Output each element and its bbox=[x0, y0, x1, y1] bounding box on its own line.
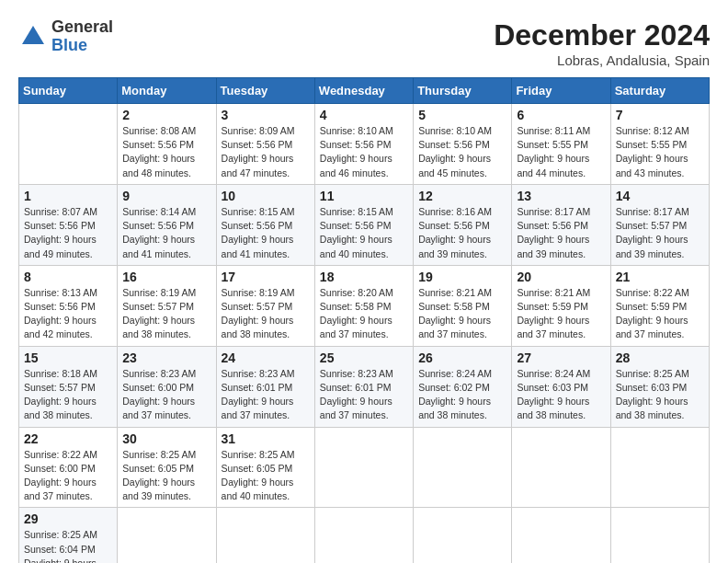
sunset-text: Sunset: 5:56 PM bbox=[418, 220, 490, 231]
table-row: 16 Sunrise: 8:19 AM Sunset: 5:57 PM Dayl… bbox=[118, 265, 216, 346]
sunrise-text: Sunrise: 8:07 AM bbox=[24, 206, 97, 217]
table-row: 24 Sunrise: 8:23 AM Sunset: 6:01 PM Dayl… bbox=[216, 346, 314, 427]
table-row bbox=[314, 427, 413, 508]
daylight-text: Daylight: 9 hours and 39 minutes. bbox=[122, 477, 195, 501]
sunset-text: Sunset: 5:55 PM bbox=[616, 139, 688, 150]
col-friday: Friday bbox=[512, 78, 610, 104]
day-number: 8 bbox=[24, 270, 112, 284]
day-number: 2 bbox=[122, 108, 210, 122]
day-info: Sunrise: 8:09 AM Sunset: 5:56 PM Dayligh… bbox=[222, 124, 310, 180]
table-row bbox=[216, 508, 314, 563]
daylight-text: Daylight: 9 hours and 37 minutes. bbox=[320, 315, 392, 339]
daylight-text: Daylight: 9 hours and 41 minutes. bbox=[222, 234, 294, 259]
daylight-text: Daylight: 9 hours and 43 minutes. bbox=[616, 153, 688, 178]
table-row: 9 Sunrise: 8:14 AM Sunset: 5:56 PM Dayli… bbox=[118, 184, 216, 265]
month-year: December 2024 bbox=[494, 18, 710, 52]
sunrise-text: Sunrise: 8:25 AM bbox=[24, 529, 97, 540]
sunrise-text: Sunrise: 8:12 AM bbox=[616, 125, 689, 136]
col-monday: Monday bbox=[118, 78, 216, 104]
sunset-text: Sunset: 5:59 PM bbox=[517, 301, 588, 312]
sunset-text: Sunset: 6:01 PM bbox=[222, 382, 293, 393]
calendar-row: 1 Sunrise: 8:07 AM Sunset: 5:56 PM Dayli… bbox=[19, 184, 710, 265]
day-info: Sunrise: 8:15 AM Sunset: 5:56 PM Dayligh… bbox=[320, 205, 408, 261]
sunrise-text: Sunrise: 8:25 AM bbox=[222, 449, 295, 460]
sunrise-text: Sunrise: 8:08 AM bbox=[122, 125, 196, 136]
day-number: 13 bbox=[517, 189, 605, 203]
daylight-text: Daylight: 9 hours and 45 minutes. bbox=[418, 153, 491, 178]
table-row bbox=[414, 427, 512, 508]
daylight-text: Daylight: 9 hours and 38 minutes. bbox=[616, 396, 688, 420]
day-number: 9 bbox=[122, 189, 210, 203]
day-number: 20 bbox=[517, 270, 605, 284]
table-row: 1 Sunrise: 8:07 AM Sunset: 5:56 PM Dayli… bbox=[19, 184, 118, 265]
day-number: 28 bbox=[616, 350, 704, 365]
sunrise-text: Sunrise: 8:17 AM bbox=[616, 206, 689, 217]
table-row: 20 Sunrise: 8:21 AM Sunset: 5:59 PM Dayl… bbox=[512, 265, 610, 346]
sunset-text: Sunset: 5:56 PM bbox=[24, 301, 96, 312]
sunrise-text: Sunrise: 8:25 AM bbox=[122, 449, 196, 460]
sunset-text: Sunset: 5:56 PM bbox=[122, 139, 194, 150]
table-row: 17 Sunrise: 8:19 AM Sunset: 5:57 PM Dayl… bbox=[216, 265, 314, 346]
col-tuesday: Tuesday bbox=[216, 78, 314, 104]
table-row bbox=[610, 508, 709, 563]
table-row bbox=[414, 508, 512, 563]
daylight-text: Daylight: 9 hours and 38 minutes. bbox=[222, 315, 294, 339]
logo-text: General Blue bbox=[51, 18, 113, 55]
day-info: Sunrise: 8:23 AM Sunset: 6:00 PM Dayligh… bbox=[122, 367, 210, 423]
calendar-row: 2 Sunrise: 8:08 AM Sunset: 5:56 PM Dayli… bbox=[19, 104, 710, 185]
col-sunday: Sunday bbox=[19, 78, 118, 104]
sunset-text: Sunset: 6:03 PM bbox=[517, 382, 588, 393]
table-row: 21 Sunrise: 8:22 AM Sunset: 5:59 PM Dayl… bbox=[610, 265, 709, 346]
day-number: 24 bbox=[222, 350, 310, 365]
day-number: 26 bbox=[418, 350, 506, 365]
day-info: Sunrise: 8:21 AM Sunset: 5:59 PM Dayligh… bbox=[517, 286, 605, 342]
sunrise-text: Sunrise: 8:15 AM bbox=[222, 206, 295, 217]
daylight-text: Daylight: 9 hours and 46 minutes. bbox=[320, 153, 392, 178]
sunset-text: Sunset: 5:55 PM bbox=[517, 139, 588, 150]
day-info: Sunrise: 8:19 AM Sunset: 5:57 PM Dayligh… bbox=[222, 286, 310, 342]
sunrise-text: Sunrise: 8:10 AM bbox=[418, 125, 492, 136]
table-row: 28 Sunrise: 8:25 AM Sunset: 6:03 PM Dayl… bbox=[610, 346, 709, 427]
day-number: 7 bbox=[616, 108, 704, 122]
sunset-text: Sunset: 5:56 PM bbox=[320, 139, 392, 150]
sunset-text: Sunset: 5:57 PM bbox=[616, 220, 688, 231]
day-info: Sunrise: 8:14 AM Sunset: 5:56 PM Dayligh… bbox=[122, 205, 210, 261]
table-row: 14 Sunrise: 8:17 AM Sunset: 5:57 PM Dayl… bbox=[610, 184, 709, 265]
sunset-text: Sunset: 5:58 PM bbox=[320, 301, 392, 312]
table-row: 8 Sunrise: 8:13 AM Sunset: 5:56 PM Dayli… bbox=[19, 265, 118, 346]
sunrise-text: Sunrise: 8:19 AM bbox=[122, 287, 196, 298]
col-saturday: Saturday bbox=[610, 78, 709, 104]
day-info: Sunrise: 8:08 AM Sunset: 5:56 PM Dayligh… bbox=[122, 124, 210, 180]
table-row: 10 Sunrise: 8:15 AM Sunset: 5:56 PM Dayl… bbox=[216, 184, 314, 265]
day-number: 14 bbox=[616, 189, 704, 203]
sunrise-text: Sunrise: 8:22 AM bbox=[616, 287, 689, 298]
day-number: 29 bbox=[24, 511, 112, 526]
day-number: 16 bbox=[122, 270, 210, 284]
day-info: Sunrise: 8:18 AM Sunset: 5:57 PM Dayligh… bbox=[24, 367, 112, 423]
day-info: Sunrise: 8:15 AM Sunset: 5:56 PM Dayligh… bbox=[222, 205, 310, 261]
calendar-header-row: Sunday Monday Tuesday Wednesday Thursday… bbox=[19, 78, 710, 104]
daylight-text: Daylight: 9 hours and 37 minutes. bbox=[517, 315, 589, 339]
daylight-text: Daylight: 9 hours and 39 minutes. bbox=[517, 234, 589, 259]
daylight-text: Daylight: 9 hours and 38 minutes. bbox=[122, 315, 195, 339]
table-row: 3 Sunrise: 8:09 AM Sunset: 5:56 PM Dayli… bbox=[216, 104, 314, 185]
sunset-text: Sunset: 5:56 PM bbox=[122, 220, 194, 231]
sunset-text: Sunset: 6:03 PM bbox=[616, 382, 688, 393]
table-row bbox=[19, 104, 118, 185]
day-info: Sunrise: 8:24 AM Sunset: 6:03 PM Dayligh… bbox=[517, 367, 605, 423]
sunset-text: Sunset: 6:02 PM bbox=[418, 382, 490, 393]
table-row: 4 Sunrise: 8:10 AM Sunset: 5:56 PM Dayli… bbox=[314, 104, 413, 185]
col-wednesday: Wednesday bbox=[314, 78, 413, 104]
day-number: 30 bbox=[122, 431, 210, 446]
day-info: Sunrise: 8:25 AM Sunset: 6:05 PM Dayligh… bbox=[122, 448, 210, 504]
sunrise-text: Sunrise: 8:24 AM bbox=[418, 368, 492, 379]
location: Lobras, Andalusia, Spain bbox=[494, 52, 710, 68]
table-row bbox=[118, 508, 216, 563]
logo-blue: Blue bbox=[51, 36, 87, 54]
logo: General Blue bbox=[18, 18, 113, 55]
table-row: 19 Sunrise: 8:21 AM Sunset: 5:58 PM Dayl… bbox=[414, 265, 512, 346]
daylight-text: Daylight: 9 hours and 37 minutes. bbox=[616, 315, 688, 339]
sunrise-text: Sunrise: 8:17 AM bbox=[517, 206, 590, 217]
table-row: 2 Sunrise: 8:08 AM Sunset: 5:56 PM Dayli… bbox=[118, 104, 216, 185]
day-number: 23 bbox=[122, 350, 210, 365]
